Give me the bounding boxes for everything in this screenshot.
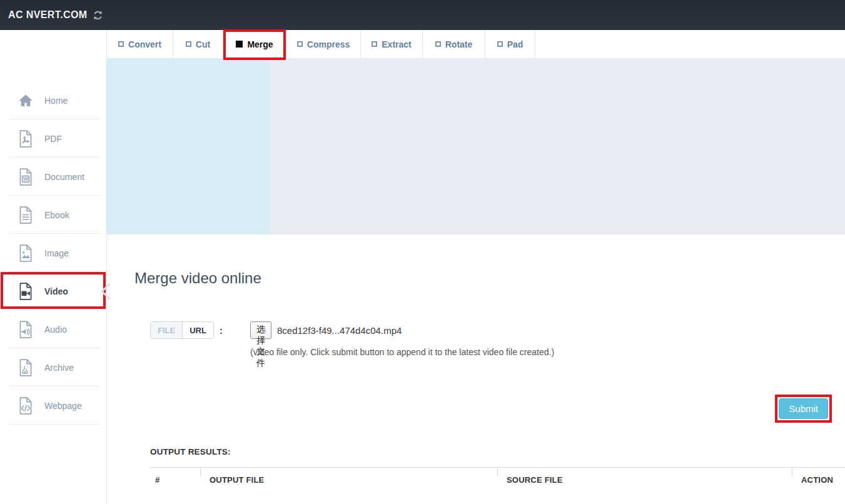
sidebar-item-image[interactable]: Image: [0, 234, 106, 272]
file-input: 选择文件 8ced12f3-f49...474d4c04.mp4: [250, 321, 402, 339]
square-outline-icon: [497, 41, 503, 47]
column-header-label: SOURCE FILE: [507, 475, 563, 485]
pdf-file-icon: [18, 129, 34, 148]
webpage-file-icon: [18, 396, 34, 415]
choose-file-button[interactable]: 选择文件: [250, 321, 271, 339]
document-file-icon: W: [18, 168, 34, 186]
sidebar-item-label: Ebook: [44, 210, 69, 220]
site-logo[interactable]: AC NVERT.COM: [8, 9, 104, 21]
sidebar-item-pdf[interactable]: PDF: [0, 119, 106, 158]
source-form-row: FILE URL : 选择文件 8ced12f3-f49...474d4c04.…: [150, 321, 223, 339]
sidebar-item-label: Audio: [44, 325, 67, 335]
category-sidebar: Home PDF W Document: [0, 30, 107, 504]
tab-label: Pad: [507, 39, 524, 49]
video-file-icon: [18, 282, 34, 301]
site-logo-text: AC NVERT.COM: [8, 9, 88, 21]
sidebar-item-label: PDF: [44, 134, 62, 144]
column-divider: [792, 468, 792, 476]
image-file-icon: [18, 244, 34, 263]
sidebar-item-ebook[interactable]: Ebook: [0, 196, 106, 234]
url-toggle-button[interactable]: URL: [183, 322, 213, 338]
tab-label: Convert: [128, 39, 161, 49]
submit-highlight-box: Submit: [775, 395, 832, 423]
home-icon: [18, 91, 34, 110]
tab-label: Merge: [247, 39, 273, 49]
content-area: Merge video online FILE URL : 选择文件 8ced1…: [107, 234, 845, 504]
column-header-output-file: OUTPUT FILE: [200, 468, 497, 491]
tab-cut[interactable]: Cut: [173, 30, 223, 58]
square-filled-icon: [236, 41, 243, 48]
ad-banner-left: [107, 58, 270, 234]
top-header-bar: AC NVERT.COM: [0, 0, 845, 30]
sidebar-item-label: Image: [44, 248, 69, 258]
column-header-label: OUTPUT FILE: [210, 475, 264, 485]
tab-extract[interactable]: Extract: [361, 30, 423, 58]
sidebar-divider: [9, 424, 100, 425]
sidebar-item-label: Archive: [44, 363, 74, 373]
main-area: Convert Cut Merge Compress Extract Rotat…: [107, 30, 845, 504]
column-divider: [497, 468, 498, 476]
audio-file-icon: [18, 320, 34, 339]
page-title: Merge video online: [134, 270, 261, 287]
output-results-label: OUTPUT RESULTS:: [150, 447, 231, 456]
tab-rotate[interactable]: Rotate: [423, 30, 485, 58]
sidebar-item-video[interactable]: Video: [0, 272, 106, 310]
column-divider: [200, 468, 201, 476]
tab-label: Rotate: [445, 39, 473, 49]
column-header-source-file: SOURCE FILE: [497, 468, 792, 491]
tab-convert[interactable]: Convert: [107, 30, 173, 58]
sidebar-item-document[interactable]: W Document: [0, 158, 106, 196]
category-list: Home PDF W Document: [0, 30, 106, 425]
sidebar-item-webpage[interactable]: Webpage: [0, 386, 106, 425]
sidebar-item-home[interactable]: Home: [0, 81, 106, 119]
square-outline-icon: [297, 41, 303, 47]
ad-banner-area: [107, 58, 845, 234]
output-results-table: # OUTPUT FILE SOURCE FILE ACTION: [150, 467, 845, 491]
tab-compress[interactable]: Compress: [286, 30, 361, 58]
sidebar-item-label: Video: [44, 286, 68, 296]
sidebar-item-archive[interactable]: Archive: [0, 348, 106, 386]
tab-pad[interactable]: Pad: [485, 30, 535, 58]
archive-file-icon: [18, 358, 34, 377]
sidebar-item-label: Webpage: [44, 401, 82, 411]
square-outline-icon: [372, 41, 377, 47]
ad-banner-right: [270, 58, 845, 234]
toggle-colon: :: [220, 325, 223, 336]
svg-text:W: W: [23, 176, 29, 182]
sidebar-item-audio[interactable]: Audio: [0, 310, 106, 348]
square-outline-icon: [435, 41, 441, 47]
ebook-file-icon: [18, 206, 34, 224]
file-note-text: (video file only. Click submit button to…: [250, 347, 554, 357]
column-header-label: ACTION: [801, 475, 833, 485]
sidebar-item-label: Home: [44, 96, 68, 106]
refresh-icon: [92, 9, 104, 21]
tab-merge[interactable]: Merge: [223, 30, 286, 58]
file-toggle-button[interactable]: FILE: [151, 322, 183, 338]
selected-filename: 8ced12f3-f49...474d4c04.mp4: [277, 325, 402, 336]
column-header-action: ACTION: [792, 468, 845, 491]
table-header-row: # OUTPUT FILE SOURCE FILE ACTION: [150, 468, 845, 491]
submit-button[interactable]: Submit: [779, 398, 828, 419]
file-url-toggle: FILE URL: [150, 321, 214, 339]
sidebar-item-label: Document: [44, 172, 84, 182]
tab-label: Extract: [382, 39, 411, 49]
tab-label: Compress: [307, 39, 350, 49]
column-header-index: #: [150, 468, 200, 491]
square-outline-icon: [186, 41, 191, 47]
operation-tabbar: Convert Cut Merge Compress Extract Rotat…: [107, 30, 845, 58]
square-outline-icon: [118, 41, 124, 47]
tab-label: Cut: [196, 39, 210, 49]
